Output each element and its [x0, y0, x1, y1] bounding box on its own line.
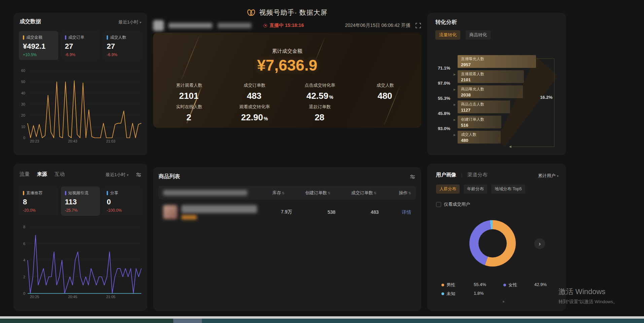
horizontal-scrollbar[interactable]: [0, 316, 644, 319]
series-color-chip: [23, 35, 24, 40]
live-dot-icon: [263, 24, 267, 28]
column-deal-orders[interactable]: 成交订单数⇅: [351, 190, 377, 195]
column-action[interactable]: 操作⇅: [399, 190, 411, 195]
funnel-step: 成交人数480: [458, 131, 501, 144]
card-value: ¥492.1: [23, 42, 54, 51]
audience-panel: 用户画像 渠道分布 累计用户 ▾ 人群分布 年龄分布 地域分布 Top5 仅看成…: [427, 164, 566, 311]
tab-interaction[interactable]: 互动: [55, 171, 65, 177]
live-duration: 15:18:16: [285, 23, 304, 28]
product-row[interactable]: 7.9万 538 483 详情: [158, 202, 416, 222]
stat-label: 成交人数: [353, 82, 418, 88]
card-label: 成交人数: [110, 35, 126, 40]
arrow-right-icon: ▶: [454, 73, 456, 76]
chevron-down-icon: ▾: [140, 21, 141, 24]
stat-value: 2101: [179, 91, 199, 101]
filter-sliders-icon[interactable]: [136, 172, 141, 177]
fullscreen-icon[interactable]: [415, 23, 421, 29]
traffic-card-share[interactable]: 分享 0 -100.0%: [103, 187, 142, 216]
deal-card-amount[interactable]: 成交金额 ¥492.1 +10.5%: [19, 31, 58, 60]
blurred-product-tag: [181, 215, 197, 219]
background-window-edge[interactable]: [0, 319, 644, 323]
audience-range-dropdown[interactable]: 累计用户 ▾: [538, 173, 559, 179]
subtab-gender[interactable]: 人群分布: [436, 185, 460, 194]
card-delta: +10.5%: [23, 52, 54, 57]
stat-label: 退款订单数: [287, 104, 353, 110]
blurred-account-name: [169, 23, 212, 28]
dashboard-screen: 视频号助手· 数据大屏 直播中 15:18:16 2024年06月15日 06:…: [0, 0, 644, 323]
products-table-header: 库存⇅ 创建订单数⇅ 成交订单数⇅ 操作⇅: [158, 186, 416, 199]
tab-source[interactable]: 来源: [37, 171, 47, 177]
stat-value: 480: [378, 91, 392, 101]
deal-stat-cards: 成交金额 ¥492.1 +10.5% 成交订单 27 -6.9% 成交人数 27…: [19, 31, 142, 60]
series-color-chip: [65, 35, 66, 40]
stat-value: 28: [315, 112, 324, 122]
deal-users-only-checkbox[interactable]: [436, 202, 441, 207]
gmv-title: 累计成交金额: [153, 48, 421, 54]
live-info-row: 直播中 15:18:16 2024年06月15日 06:06:42 开播: [153, 19, 421, 32]
blurred-product-name: [181, 205, 257, 213]
traffic-card-short-video[interactable]: 短视频引流 113 -25.7%: [61, 187, 100, 216]
detail-link[interactable]: 详情: [402, 209, 411, 215]
sort-icon: ⇅: [374, 191, 377, 195]
legend-value-female: 42.9%: [534, 282, 547, 287]
deal-card-buyers[interactable]: 成交人数 27 -6.9%: [103, 31, 142, 60]
window-edge-segment: [0, 319, 173, 323]
avatar: [153, 20, 164, 31]
traffic-range-dropdown[interactable]: 最近1小时 ▾: [106, 172, 129, 178]
legend-label: 女性: [508, 282, 517, 288]
tab-user-profile[interactable]: 用户画像: [436, 172, 456, 178]
tab-traffic[interactable]: 流量: [20, 171, 30, 177]
tab-channel-distribution[interactable]: 渠道分布: [467, 172, 488, 178]
products-panel: 商品列表 库存⇅ 创建订单数⇅ 成交订单数⇅ 操作⇅ 7.9万 538 483: [153, 167, 421, 311]
filter-sliders-icon[interactable]: [410, 174, 415, 179]
funnel-step: 商品点击人数1127: [458, 100, 510, 113]
traffic-card-live-reco[interactable]: 直播推荐 8 -20.0%: [19, 187, 58, 216]
arrow-right-icon: ▶: [454, 103, 456, 106]
card-delta: -100.0%: [107, 208, 138, 213]
funnel-step: 直播观看人数2101: [458, 70, 524, 83]
deal-card-orders[interactable]: 成交订单 27 -6.9%: [61, 31, 100, 60]
gmv-amount: ¥7,636.9: [153, 56, 421, 74]
card-delta: -6.9%: [107, 52, 138, 57]
blurred-product-column-header: [163, 190, 247, 196]
carousel-dot[interactable]: [503, 301, 504, 302]
app-header: 视频号助手· 数据大屏: [153, 8, 421, 17]
funnel-step: 创建订单人数516: [458, 116, 501, 128]
card-value: 8: [23, 198, 54, 206]
conversion-funnel-chart: 直播曝光人数2957 直播观看人数2101 商品曝光人数2038 商品点击人数1…: [427, 13, 566, 155]
stat-label: 实时在线人数: [156, 104, 222, 110]
series-color-chip: [23, 191, 24, 195]
stream-start-time: 2024年06月15日 06:06:42 开播: [345, 23, 410, 29]
arrow-left-icon: ◀: [509, 145, 511, 148]
card-value: 27: [107, 42, 138, 51]
page-title: 视频号助手· 数据大屏: [259, 8, 327, 17]
column-created-orders[interactable]: 创建订单数⇅: [305, 190, 330, 195]
products-title: 商品列表: [158, 173, 180, 180]
subtab-age[interactable]: 年龄分布: [464, 185, 487, 194]
audience-range-label: 累计用户: [538, 173, 556, 179]
traffic-trend-chart: 86420 20:2520:4521:05: [18, 227, 141, 293]
deal-range-dropdown[interactable]: 最近1小时 ▾: [118, 19, 141, 25]
stat-label: 成交订单数: [222, 82, 287, 88]
legend-dot: [441, 284, 444, 286]
deal-range-label: 最近1小时: [118, 19, 138, 25]
card-label: 短视频引流: [68, 190, 88, 196]
stat-label: 累计观看人数: [156, 82, 222, 88]
legend-label: 未知: [446, 291, 455, 297]
card-delta: -25.7%: [65, 208, 96, 213]
column-stock[interactable]: 库存⇅: [272, 190, 284, 195]
series-color-chip: [65, 191, 66, 195]
card-value: 0: [107, 198, 138, 206]
funnel-step-rate: 97.0%: [431, 81, 450, 86]
legend-label: 男性: [446, 282, 455, 288]
subtab-region[interactable]: 地域分布 Top5: [491, 185, 525, 194]
live-label: 直播中: [270, 23, 284, 28]
overall-conversion-rate: 16.2%: [534, 95, 552, 100]
window-edge-segment: [173, 319, 202, 323]
stat-value: 483: [247, 91, 261, 101]
carousel-next-button[interactable]: ›: [534, 238, 545, 249]
funnel-step: 商品曝光人数2038: [458, 85, 523, 98]
traffic-panel: 流量 来源 互动 最近1小时 ▾ 直播推荐 8 -20.0% 短视频引流 113…: [13, 164, 147, 311]
live-status: 直播中 15:18:16: [270, 23, 304, 29]
card-value: 27: [65, 42, 96, 51]
